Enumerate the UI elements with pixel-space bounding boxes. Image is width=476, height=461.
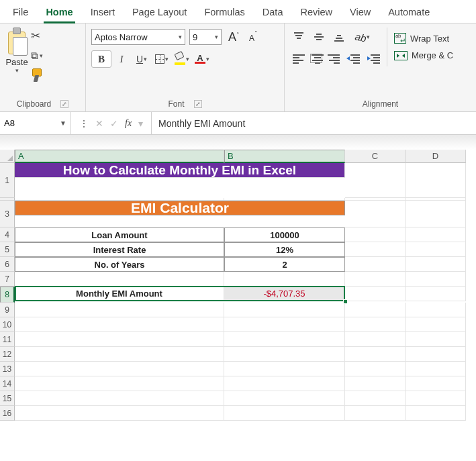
cell-a8[interactable]: Monthly EMI Amount xyxy=(15,287,224,301)
clipboard-label: Clipboard xyxy=(17,99,51,109)
row-header-12[interactable]: 12 xyxy=(0,347,15,362)
cell-a6[interactable]: No. of Years xyxy=(15,257,224,272)
increase-indent-button[interactable] xyxy=(365,50,383,66)
align-right-button[interactable] xyxy=(325,50,342,66)
col-header-c[interactable]: C xyxy=(345,150,406,163)
col-header-d[interactable]: D xyxy=(406,150,466,163)
cell-d1[interactable] xyxy=(406,163,466,198)
font-size-select[interactable]: 9▾ xyxy=(189,29,222,45)
select-all-corner[interactable] xyxy=(0,150,15,163)
fill-color-button[interactable]: ▾ xyxy=(172,50,192,68)
shrink-font-button[interactable]: A˅ xyxy=(246,32,260,42)
align-bottom-button[interactable] xyxy=(330,29,348,45)
tab-review[interactable]: Review xyxy=(291,3,341,23)
group-alignment: ab▾ Wrap Text Merge & C Alignment xyxy=(285,23,476,111)
name-box-caret-icon[interactable]: ▼ xyxy=(60,119,66,127)
row-header-6[interactable]: 6 xyxy=(0,257,15,272)
row-header-11[interactable]: 11 xyxy=(0,332,15,347)
merge-icon xyxy=(394,51,408,60)
insert-function-button[interactable]: fx xyxy=(122,118,134,129)
tab-insert[interactable]: Insert xyxy=(82,3,124,23)
cell-header2[interactable]: EMI Calculator xyxy=(15,201,345,215)
row-header-9[interactable]: 9 xyxy=(0,303,15,317)
cell-a4[interactable]: Loan Amount xyxy=(15,227,224,242)
border-icon xyxy=(155,54,164,64)
align-top-icon xyxy=(293,32,305,42)
cancel-formula-button[interactable]: ✕ xyxy=(93,118,106,129)
font-color-button[interactable]: A▾ xyxy=(192,50,212,68)
wrap-text-icon xyxy=(394,33,406,44)
row-header-16[interactable]: 16 xyxy=(0,406,15,421)
underline-button[interactable]: U▾ xyxy=(132,50,152,68)
italic-button[interactable]: I xyxy=(111,50,132,68)
align-center-icon xyxy=(312,54,321,63)
wrap-text-button[interactable]: Wrap Text xyxy=(394,32,453,45)
formula-input[interactable] xyxy=(152,112,476,134)
col-header-a[interactable]: A xyxy=(15,150,224,163)
font-size-value: 9 xyxy=(193,32,197,42)
fill-icon xyxy=(175,55,185,63)
accept-formula-button[interactable]: ✓ xyxy=(107,118,121,129)
grow-font-button[interactable]: A˄ xyxy=(226,30,242,44)
font-group-label: Font xyxy=(168,99,184,109)
cell-b8[interactable]: -$4,707.35 xyxy=(224,287,345,301)
group-clipboard: Paste ▾ ▾ Clipboard⤢ xyxy=(0,23,86,111)
tab-pagelayout[interactable]: Page Layout xyxy=(124,3,195,23)
name-box[interactable]: ▼ xyxy=(0,112,71,134)
merge-center-button[interactable]: Merge & C xyxy=(394,49,453,62)
cell-c1[interactable] xyxy=(345,163,406,198)
font-name-select[interactable]: Aptos Narrow▾ xyxy=(91,29,185,45)
row-header-13[interactable]: 13 xyxy=(0,362,15,376)
format-painter-button[interactable] xyxy=(31,68,43,82)
tab-data[interactable]: Data xyxy=(254,3,292,23)
cell-b4[interactable]: 100000 xyxy=(224,227,345,242)
spreadsheet-grid[interactable]: A B C D 1 How to Calculate Monthly EMI i… xyxy=(0,150,476,421)
name-box-input[interactable] xyxy=(4,118,44,128)
tab-formulas[interactable]: Formulas xyxy=(195,3,253,23)
row-header-8[interactable]: 8 xyxy=(0,287,15,303)
align-middle-button[interactable] xyxy=(310,29,328,45)
row-header-5[interactable]: 5 xyxy=(0,242,15,257)
align-center-button[interactable] xyxy=(310,54,322,63)
paste-label: Paste xyxy=(5,57,28,67)
paste-caret-icon[interactable]: ▾ xyxy=(15,67,19,74)
col-header-b[interactable]: B xyxy=(224,150,345,163)
orientation-button[interactable]: ab▾ xyxy=(350,29,375,45)
tab-home[interactable]: Home xyxy=(37,3,81,23)
cell-b6[interactable]: 2 xyxy=(224,257,345,272)
row-header-1[interactable]: 1 xyxy=(0,163,15,198)
align-top-button[interactable] xyxy=(290,29,307,45)
font-name-value: Aptos Narrow xyxy=(95,32,148,42)
ribbon: Paste ▾ ▾ Clipboard⤢ Aptos Narrow▾ 9▾ A˄… xyxy=(0,23,476,112)
increase-indent-icon xyxy=(368,54,380,63)
paste-icon xyxy=(5,28,28,56)
align-left-icon xyxy=(293,54,305,63)
cell-b5[interactable]: 12% xyxy=(224,242,345,257)
row-header-4[interactable]: 4 xyxy=(0,227,15,242)
group-font: Aptos Narrow▾ 9▾ A˄ A˅ B I U▾ ▾ ▾ A▾ Fon… xyxy=(86,23,285,111)
row-header-7[interactable]: 7 xyxy=(0,272,15,287)
align-bottom-icon xyxy=(333,32,345,42)
formula-bar: ▼ ⋮ ✕ ✓ fx ▾ xyxy=(0,112,476,135)
paste-button[interactable]: Paste ▾ xyxy=(5,28,28,74)
font-launcher[interactable]: ⤢ xyxy=(194,100,202,108)
clipboard-launcher[interactable]: ⤢ xyxy=(60,100,68,108)
row-header-15[interactable]: 15 xyxy=(0,391,15,406)
decrease-indent-button[interactable] xyxy=(345,50,363,66)
row-header-14[interactable]: 14 xyxy=(0,376,15,391)
tab-view[interactable]: View xyxy=(341,3,379,23)
bold-button[interactable]: B xyxy=(91,50,111,68)
align-right-icon xyxy=(328,54,340,63)
copy-button[interactable]: ▾ xyxy=(31,50,43,62)
cell-a5[interactable]: Interest Rate xyxy=(15,242,224,257)
row-header-3[interactable]: 3 xyxy=(0,201,15,227)
align-left-button[interactable] xyxy=(290,50,307,66)
tab-automate[interactable]: Automate xyxy=(379,3,438,23)
cut-button[interactable] xyxy=(31,29,43,43)
cell-title[interactable]: How to Calculate Monthly EMI in Excel xyxy=(15,163,345,178)
row-header-10[interactable]: 10 xyxy=(0,317,15,332)
copy-icon xyxy=(31,50,38,62)
border-button[interactable]: ▾ xyxy=(152,50,172,68)
font-color-icon: A xyxy=(195,54,205,64)
tab-file[interactable]: File xyxy=(4,3,37,23)
